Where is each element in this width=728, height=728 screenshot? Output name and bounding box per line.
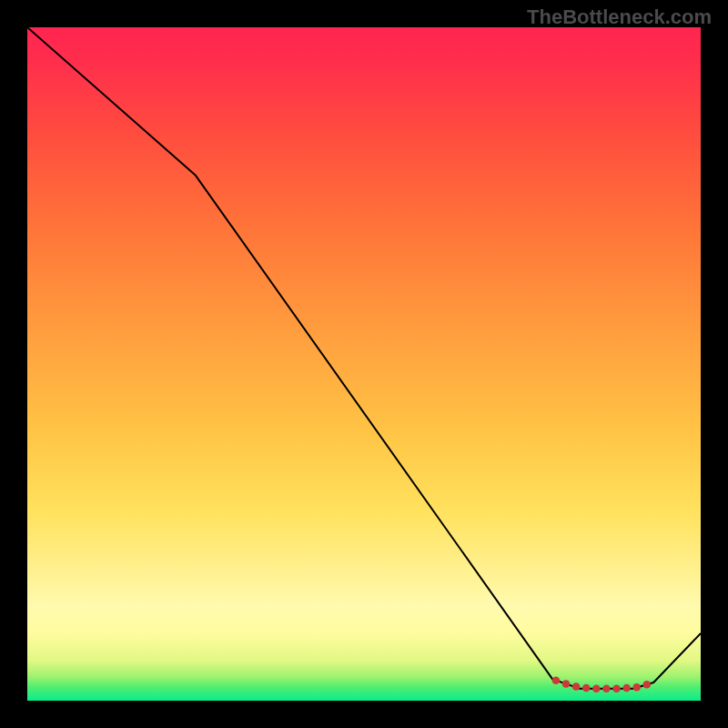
attribution-text: TheBottleneck.com bbox=[527, 5, 712, 29]
marker-point bbox=[602, 684, 611, 693]
marker-point bbox=[562, 680, 571, 688]
chart-container: TheBottleneck.com bbox=[0, 0, 728, 728]
chart-svg bbox=[27, 27, 701, 701]
marker-point bbox=[632, 683, 641, 692]
chart-plot bbox=[27, 27, 701, 701]
marker-point bbox=[582, 684, 591, 693]
marker-point bbox=[552, 677, 561, 685]
marker-point bbox=[612, 684, 621, 693]
chart-background bbox=[27, 27, 701, 701]
marker-point bbox=[643, 681, 652, 689]
marker-point bbox=[622, 684, 631, 693]
marker-point bbox=[572, 682, 581, 691]
marker-point bbox=[592, 684, 601, 693]
